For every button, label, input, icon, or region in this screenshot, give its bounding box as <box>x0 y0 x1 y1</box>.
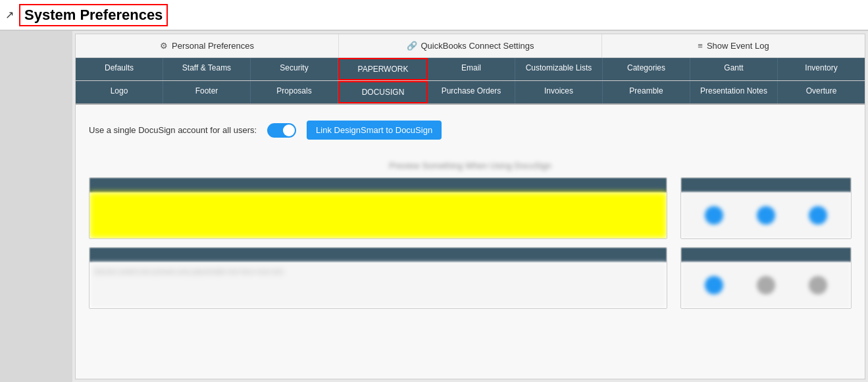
tab-paperwork[interactable]: PAPERWORK <box>338 58 428 80</box>
preview-card-2-header <box>89 248 667 262</box>
circle-3 <box>809 206 827 225</box>
circle-2 <box>757 206 775 225</box>
right-panel: ⚙ Personal Preferences 🔗 QuickBooks Conn… <box>75 34 865 379</box>
tab-defaults[interactable]: Defaults <box>76 58 163 80</box>
preview-card-2: blurred content text preview area placeh… <box>89 247 667 309</box>
tab-row-paperwork: Logo Footer Proposals DOCUSIGN Purchase … <box>76 81 865 105</box>
tab-proposals[interactable]: Proposals <box>251 81 338 103</box>
tab-row-main: Defaults Staff & Teams Security PAPERWOR… <box>76 58 865 81</box>
preview-right-card-1-body <box>681 192 851 238</box>
page-title: System Preferences <box>19 4 168 26</box>
single-account-toggle[interactable] <box>267 123 296 138</box>
circle-6 <box>809 276 827 294</box>
tab-row-personal: ⚙ Personal Preferences 🔗 QuickBooks Conn… <box>76 34 865 58</box>
tab-email[interactable]: Email <box>428 58 515 80</box>
tab-security[interactable]: Security <box>251 58 338 80</box>
tab-logo[interactable]: Logo <box>76 81 163 103</box>
tab-categories[interactable]: Categories <box>603 58 690 80</box>
preview-right-card-2 <box>680 247 852 309</box>
preview-right-col <box>680 177 852 317</box>
preview-title: Preview Something When Using DocuSign <box>89 161 852 171</box>
tab-invoices[interactable]: Invoices <box>515 81 603 103</box>
preview-right-card-1 <box>680 177 852 239</box>
circle-5 <box>757 276 775 294</box>
link-icon: 🔗 <box>407 41 417 51</box>
circle-4 <box>705 276 723 294</box>
tab-gantt[interactable]: Gantt <box>690 58 778 80</box>
preview-card-1 <box>89 177 667 239</box>
tab-customizable-lists[interactable]: Customizable Lists <box>515 58 603 80</box>
tab-purchase-orders[interactable]: Purchase Orders <box>428 81 515 103</box>
tab-personal-preferences[interactable]: ⚙ Personal Preferences <box>76 34 339 57</box>
preview-right-card-2-header <box>681 248 851 262</box>
top-bar: ↗ System Preferences <box>0 0 868 31</box>
preview-left-col: blurred content text preview area placeh… <box>89 177 667 317</box>
preview-card-1-header <box>89 178 667 192</box>
preview-card-1-body <box>89 192 667 238</box>
tab-overture[interactable]: Overture <box>778 81 865 103</box>
preview-right-card-2-body <box>681 262 851 308</box>
gear-icon: ⚙ <box>160 41 168 51</box>
docusign-toggle-row: Use a single DocuSign account for all us… <box>89 115 852 145</box>
docusign-content: Use a single DocuSign account for all us… <box>76 105 865 379</box>
sidebar <box>0 31 72 382</box>
tab-quickbooks-connect[interactable]: 🔗 QuickBooks Connect Settings <box>339 34 602 57</box>
tab-preamble[interactable]: Preamble <box>603 81 690 103</box>
tab-footer[interactable]: Footer <box>163 81 251 103</box>
preview-right-card-1-header <box>681 178 851 192</box>
circle-1 <box>705 206 723 225</box>
tab-presentation-notes[interactable]: Presentation Notes <box>690 81 778 103</box>
main-content: ⚙ Personal Preferences 🔗 QuickBooks Conn… <box>0 31 868 382</box>
preview-card-2-body: blurred content text preview area placeh… <box>89 262 667 308</box>
preview-section: blurred content text preview area placeh… <box>89 177 852 317</box>
tab-staff-teams[interactable]: Staff & Teams <box>163 58 251 80</box>
tab-show-event-log[interactable]: ≡ Show Event Log <box>602 34 865 57</box>
tab-inventory[interactable]: Inventory <box>778 58 865 80</box>
tab-docusign[interactable]: DOCUSIGN <box>338 81 428 103</box>
list-icon: ≡ <box>698 41 703 51</box>
docusign-toggle-label: Use a single DocuSign account for all us… <box>89 125 257 135</box>
external-link-icon: ↗ <box>5 9 14 21</box>
link-docusign-button[interactable]: Link DesignSmart to DocuSign <box>307 121 442 140</box>
